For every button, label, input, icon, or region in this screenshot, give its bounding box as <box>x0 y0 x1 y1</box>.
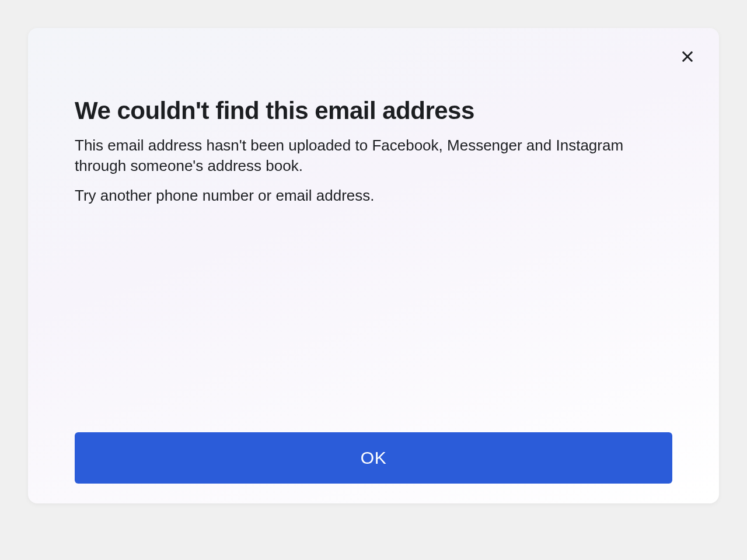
dialog-message-secondary: Try another phone number or email addres… <box>75 186 672 206</box>
dialog-content: We couldn't find this email address This… <box>75 75 672 432</box>
ok-button[interactable]: OK <box>75 432 672 484</box>
close-icon <box>679 48 696 66</box>
dialog-title: We couldn't find this email address <box>75 97 672 125</box>
dialog-message-primary: This email address hasn't been uploaded … <box>75 135 672 176</box>
close-button[interactable] <box>675 44 700 70</box>
error-dialog: We couldn't find this email address This… <box>28 28 719 503</box>
